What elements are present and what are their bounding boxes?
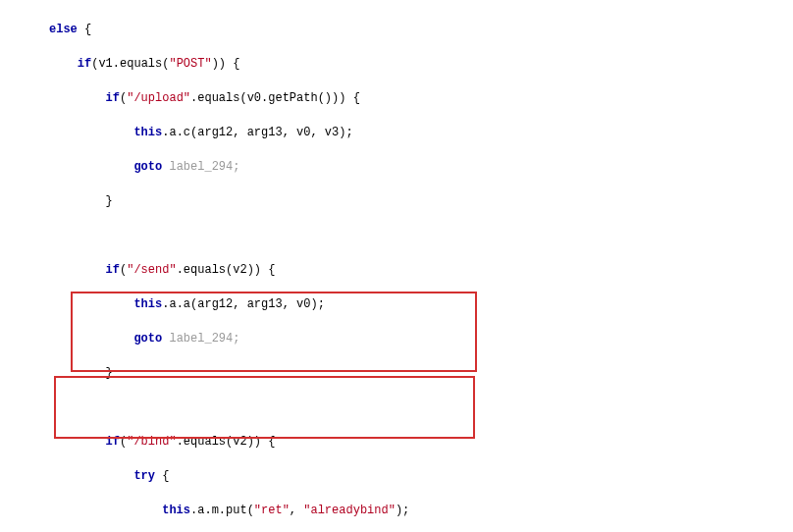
brace: { xyxy=(78,23,91,36)
code-line: this.a.m.put("ret", "alreadybind"); xyxy=(0,503,793,520)
keyword-else: else xyxy=(49,23,78,36)
brace: } xyxy=(106,194,113,208)
code-line: } xyxy=(0,365,793,383)
keyword-this: this xyxy=(133,126,162,139)
string-literal: "ret" xyxy=(254,504,290,517)
code-block: else { if(v1.equals("POST")) { if("/uplo… xyxy=(0,0,793,532)
brace: { xyxy=(261,435,275,449)
string-literal: "POST" xyxy=(169,57,211,71)
code-text: .equals(v0.getPath())) xyxy=(190,91,345,105)
code-text: )) xyxy=(212,57,226,71)
code-text: (v1. xyxy=(91,57,120,71)
keyword-if: if xyxy=(106,91,120,105)
code-line xyxy=(0,399,793,417)
keyword-goto: goto xyxy=(133,160,162,174)
label: label_294; xyxy=(162,160,239,174)
keyword-try: try xyxy=(133,469,155,483)
code-text: .equals(v2)) xyxy=(177,435,261,449)
code-text: .a.m.put( xyxy=(190,504,254,517)
code-line: if("/send".equals(v2)) { xyxy=(0,262,793,280)
keyword-if: if xyxy=(106,263,120,277)
code-line: if(v1.equals("POST")) { xyxy=(0,56,793,74)
code-line: this.a.c(arg12, arg13, v0, v3); xyxy=(0,125,793,142)
code-line: goto label_294; xyxy=(0,159,793,177)
code-line: try { xyxy=(0,468,793,486)
string-literal: "/send" xyxy=(127,263,176,277)
code-line: else { xyxy=(0,22,793,39)
keyword-goto: goto xyxy=(133,332,162,346)
code-text: .a.a(arg12, arg13, v0); xyxy=(162,297,325,311)
string-literal: "/upload" xyxy=(127,91,190,105)
code-line xyxy=(0,228,793,245)
code-line: } xyxy=(0,193,793,211)
code-line: goto label_294; xyxy=(0,331,793,348)
code-text: ); xyxy=(396,504,409,517)
brace: { xyxy=(226,57,239,71)
keyword-this: this xyxy=(162,504,190,517)
brace: { xyxy=(155,469,169,483)
brace: { xyxy=(345,91,359,105)
code-line: this.a.a(arg12, arg13, v0); xyxy=(0,296,793,314)
brace: } xyxy=(106,366,113,380)
code-text: .a.c(arg12, arg13, v0, v3); xyxy=(162,126,352,139)
keyword-if: if xyxy=(106,435,120,449)
keyword-if: if xyxy=(78,57,91,71)
string-literal: "alreadybind" xyxy=(303,504,396,517)
label: label_294; xyxy=(162,332,239,346)
string-literal: "/bind" xyxy=(127,435,176,449)
keyword-this: this xyxy=(133,297,162,311)
code-line: if("/upload".equals(v0.getPath())) { xyxy=(0,90,793,108)
brace: { xyxy=(261,263,275,277)
code-text: , xyxy=(290,504,303,517)
code-text: equals( xyxy=(120,57,169,71)
code-text: .equals(v2)) xyxy=(177,263,261,277)
code-line: if("/bind".equals(v2)) { xyxy=(0,434,793,452)
